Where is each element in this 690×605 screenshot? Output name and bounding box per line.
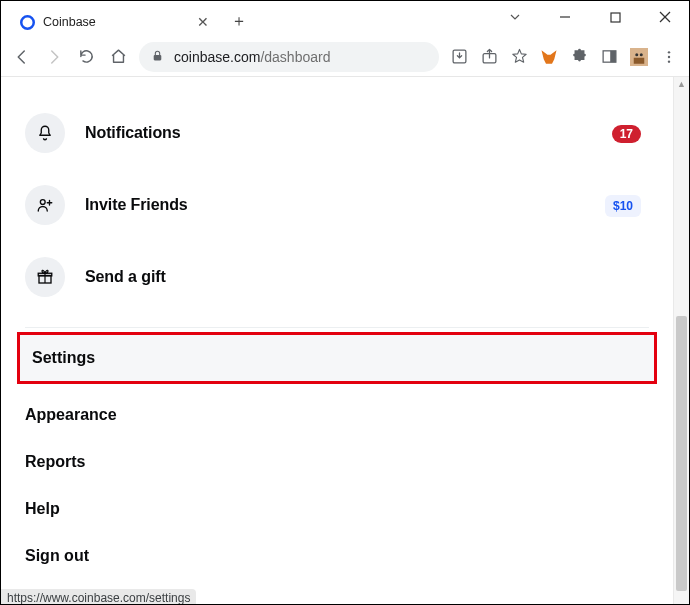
- invite-icon: [25, 185, 65, 225]
- bell-icon: [25, 113, 65, 153]
- svg-rect-5: [154, 54, 162, 59]
- list-item-help[interactable]: Help: [1, 486, 673, 533]
- notification-count-badge: 17: [612, 125, 641, 143]
- minimize-button[interactable]: [549, 3, 581, 31]
- tab-bar: Coinbase ✕ ＋: [1, 3, 689, 37]
- settings-list: Settings Appearance Reports Help Sign ou…: [1, 332, 673, 586]
- metamask-extension-icon[interactable]: [539, 47, 559, 67]
- list-item-signout[interactable]: Sign out: [1, 533, 673, 580]
- back-button[interactable]: [11, 46, 33, 68]
- svg-point-4: [21, 16, 34, 29]
- menu-item-invite-friends[interactable]: Invite Friends $10: [1, 169, 673, 241]
- gift-icon: [25, 257, 65, 297]
- svg-point-16: [668, 60, 670, 62]
- reload-button[interactable]: [75, 46, 97, 68]
- svg-rect-1: [611, 13, 620, 22]
- tab-title: Coinbase: [43, 15, 96, 29]
- maximize-button[interactable]: [599, 3, 631, 31]
- list-item-appearance[interactable]: Appearance: [1, 392, 673, 439]
- menu-item-label: Invite Friends: [85, 196, 188, 214]
- scrollbar-thumb[interactable]: [676, 316, 687, 592]
- scrollbar[interactable]: ▲: [673, 77, 689, 605]
- list-item-settings[interactable]: Settings: [17, 332, 657, 384]
- new-tab-button[interactable]: ＋: [225, 7, 253, 35]
- menu-item-label: Notifications: [85, 124, 181, 142]
- lock-icon: [151, 49, 164, 65]
- svg-point-17: [40, 200, 45, 205]
- status-bar: https://www.coinbase.com/settings: [1, 589, 196, 605]
- page-content: Notifications 17 Invite Friends $10 Send…: [1, 77, 673, 605]
- list-item-reports[interactable]: Reports: [1, 439, 673, 486]
- coinbase-favicon-icon: [19, 14, 35, 30]
- share-icon[interactable]: [479, 47, 499, 67]
- menu-item-send-gift[interactable]: Send a gift: [1, 241, 673, 313]
- sidepanel-icon[interactable]: [599, 47, 619, 67]
- svg-point-12: [635, 53, 638, 56]
- home-button[interactable]: [107, 46, 129, 68]
- forward-button[interactable]: [43, 46, 65, 68]
- svg-point-15: [668, 55, 670, 57]
- invite-reward-badge: $10: [605, 195, 641, 217]
- address-bar[interactable]: coinbase.com/dashboard: [139, 42, 439, 72]
- bookmark-star-icon[interactable]: [509, 47, 529, 67]
- svg-rect-9: [610, 51, 616, 62]
- svg-point-14: [668, 51, 670, 53]
- svg-point-13: [640, 53, 643, 56]
- tab-coinbase[interactable]: Coinbase ✕: [9, 7, 219, 37]
- close-tab-icon[interactable]: ✕: [197, 14, 209, 30]
- kebab-menu-icon[interactable]: [659, 47, 679, 67]
- menu-item-label: Send a gift: [85, 268, 166, 286]
- scroll-up-icon[interactable]: ▲: [674, 79, 689, 89]
- chevron-down-icon[interactable]: [499, 3, 531, 31]
- close-window-button[interactable]: [649, 3, 681, 31]
- extensions-puzzle-icon[interactable]: [569, 47, 589, 67]
- menu-item-notifications[interactable]: Notifications 17: [1, 97, 673, 169]
- url-text: coinbase.com/dashboard: [174, 49, 330, 65]
- divider: [25, 327, 649, 328]
- nav-bar: coinbase.com/dashboard: [1, 37, 689, 77]
- profile-avatar-icon[interactable]: [629, 47, 649, 67]
- svg-rect-11: [634, 57, 645, 63]
- install-icon[interactable]: [449, 47, 469, 67]
